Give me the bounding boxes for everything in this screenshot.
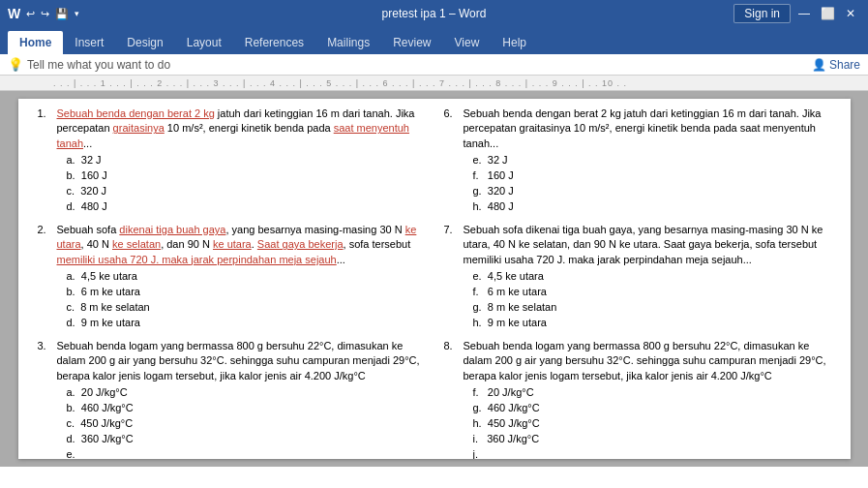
quick-redo[interactable]: ↪ [41,8,49,20]
q6-text: Sebuah benda dengan berat 2 kg jatuh dar… [464,107,831,151]
tab-help[interactable]: Help [491,31,538,54]
tab-references[interactable]: References [233,31,315,54]
lightbulb-icon: 💡 [8,57,23,72]
q6-num: 6. [444,107,460,215]
q2-num: 2. [38,223,53,331]
q3-num: 3. [38,339,53,459]
ribbon-tabs: Home Insert Design Layout References Mai… [0,27,868,54]
question-6: 6. Sebuah benda dengan berat 2 kg jatuh … [444,107,831,215]
q7-body: Sebuah sofa dikenai tiga buah gaya, yang… [464,223,831,331]
tab-view[interactable]: View [443,31,492,54]
share-button[interactable]: 👤 Share [812,58,860,72]
maximize-button[interactable]: ⬜ [818,4,837,23]
title-bar: W ↩ ↪ 💾 ▾ pretest ipa 1 – Word Sign in —… [0,0,868,27]
q8-text: Sebuah benda logam yang bermassa 800 g b… [464,339,831,383]
tab-mailings[interactable]: Mailings [315,31,381,54]
q1-options: a. 32 J b. 160 J c. 320 J d. 480 J [57,153,425,215]
quick-save[interactable]: 💾 [55,8,69,20]
window-title: pretest ipa 1 – Word [382,7,487,20]
column-left: 1. Sebuah benda dengan berat 2 kg jatuh … [38,107,425,459]
q6-options: e. 32 J f. 160 J g. 320 J h. 480 J [464,153,831,215]
q2-body: Sebuah sofa dikenai tiga buah gaya, yang… [57,223,425,331]
minimize-button[interactable]: — [794,4,814,23]
tab-review[interactable]: Review [381,31,442,54]
question-2: 2. Sebuah sofa dikenai tiga buah gaya, y… [38,223,425,331]
tab-home[interactable]: Home [8,31,63,54]
share-label: Share [829,58,860,72]
person-icon: 👤 [812,58,826,72]
ruler-inner: . . . | . . . 1 . . . | . . . 2 . . . | … [53,76,815,90]
question-7: 7. Sebuah sofa dikenai tiga buah gaya, y… [444,223,831,331]
tab-layout[interactable]: Layout [175,31,233,54]
sign-in-button[interactable]: Sign in [733,4,791,23]
q3-options: a. 20 J/kg°C b. 460 J/kg°C c. 450 J/kg°C… [57,385,425,459]
ruler: . . . | . . . 1 . . . | . . . 2 . . . | … [0,76,868,91]
q6-body: Sebuah benda dengan berat 2 kg jatuh dar… [464,107,831,215]
q7-text: Sebuah sofa dikenai tiga buah gaya, yang… [464,223,831,267]
q7-num: 7. [444,223,460,331]
document-area: 1. Sebuah benda dengan berat 2 kg jatuh … [0,91,868,467]
q1-text: Sebuah benda dengan berat 2 kg jatuh dar… [57,107,425,151]
document-content: 1. Sebuah benda dengan berat 2 kg jatuh … [38,107,831,459]
q1-num: 1. [38,107,53,215]
ruler-marks: . . . | . . . 1 . . . | . . . 2 . . . | … [53,78,627,88]
tab-design[interactable]: Design [115,31,174,54]
question-1: 1. Sebuah benda dengan berat 2 kg jatuh … [38,107,425,215]
word-icon: W [8,6,20,21]
q2-text: Sebuah sofa dikenai tiga buah gaya, yang… [57,223,425,267]
close-button[interactable]: ✕ [841,4,860,23]
document-page: 1. Sebuah benda dengan berat 2 kg jatuh … [18,99,851,459]
q1-body: Sebuah benda dengan berat 2 kg jatuh dar… [57,107,425,215]
q8-body: Sebuah benda logam yang bermassa 800 g b… [464,339,831,459]
tell-me-search[interactable]: 💡 Tell me what you want to do [8,57,170,72]
question-3: 3. Sebuah benda logam yang bermassa 800 … [38,339,425,459]
question-8: 8. Sebuah benda logam yang bermassa 800 … [444,339,831,459]
q3-text: Sebuah benda logam yang bermassa 800 g b… [57,339,425,383]
ribbon-bar: 💡 Tell me what you want to do 👤 Share [0,54,868,76]
title-bar-controls: Sign in — ⬜ ✕ [733,4,860,23]
quick-undo[interactable]: ↩ [26,8,35,20]
quick-dropdown[interactable]: ▾ [75,9,79,18]
q2-options: a. 4,5 ke utara b. 6 m ke utara c. 8 m k… [57,269,425,331]
title-bar-left: W ↩ ↪ 💾 ▾ [8,6,79,21]
tab-insert[interactable]: Insert [63,31,115,54]
q3-body: Sebuah benda logam yang bermassa 800 g b… [57,339,425,459]
column-right: 6. Sebuah benda dengan berat 2 kg jatuh … [444,107,831,459]
q7-options: e. 4,5 ke utara f. 6 m ke utara g. 8 m k… [464,269,831,331]
tell-me-label: Tell me what you want to do [27,58,170,72]
q8-options: f. 20 J/kg°C g. 460 J/kg°C h. 450 J/kg°C… [464,385,831,459]
q8-num: 8. [444,339,460,459]
